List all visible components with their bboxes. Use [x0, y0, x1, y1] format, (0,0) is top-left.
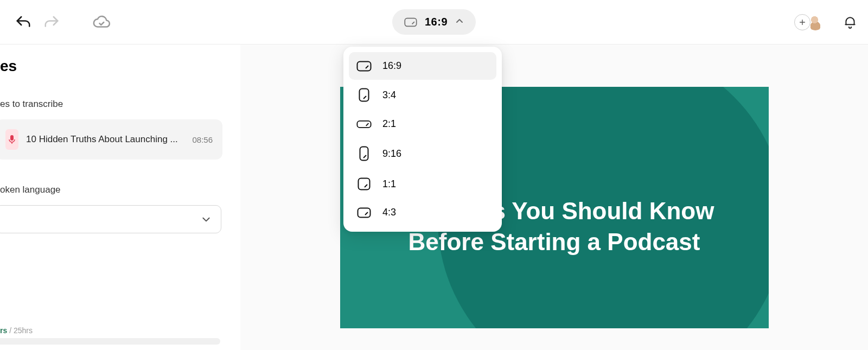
language-select[interactable] [0, 205, 221, 233]
ratio-option-label: 2:1 [382, 118, 396, 130]
collaborators-control[interactable] [794, 13, 825, 31]
ratio-16-9-icon [356, 61, 372, 72]
svg-rect-12 [360, 147, 368, 161]
svg-line-13 [363, 155, 366, 158]
cloud-check-icon [92, 13, 111, 31]
ratio-option-4-3[interactable]: 4:3 [349, 199, 496, 226]
undo-button[interactable] [15, 14, 31, 30]
cloud-sync-button[interactable] [92, 13, 111, 31]
bell-icon [843, 15, 857, 29]
file-title: 10 Hidden Truths About Launching ... [26, 134, 184, 145]
topbar-right-group [794, 13, 857, 31]
ratio-option-label: 3:4 [382, 90, 396, 101]
topbar-left-group [11, 13, 111, 31]
ratio-1-1-icon [356, 177, 372, 190]
canvas-area: 10 Things You Should Know Before Startin… [240, 44, 868, 350]
ratio-option-16-9[interactable]: 16:9 [349, 52, 496, 80]
usage-total: / 25hrs [9, 326, 33, 335]
sidebar: es es to transcribe 10 Hidden Truths Abo… [0, 44, 240, 350]
svg-rect-10 [357, 120, 371, 127]
svg-line-15 [365, 184, 367, 187]
mic-icon [5, 129, 18, 150]
ratio-option-2-1[interactable]: 2:1 [349, 110, 496, 138]
svg-rect-14 [359, 179, 370, 190]
svg-rect-16 [358, 208, 371, 217]
svg-line-11 [366, 123, 369, 126]
chevron-up-icon [455, 17, 464, 28]
svg-line-7 [366, 66, 368, 68]
ratio-4-3-icon [356, 207, 372, 218]
svg-rect-0 [405, 18, 416, 26]
ratio-2-1-icon [356, 120, 372, 129]
ratio-3-4-icon [356, 88, 372, 102]
redo-button[interactable] [43, 14, 60, 30]
ratio-option-3-4[interactable]: 3:4 [349, 80, 496, 110]
ratio-option-9-16[interactable]: 9:16 [349, 138, 496, 169]
language-section: oken language [0, 184, 226, 233]
svg-line-17 [365, 212, 368, 215]
files-section-label: es to transcribe [0, 99, 226, 110]
ratio-option-label: 1:1 [382, 179, 396, 190]
aspect-ratio-icon [404, 17, 417, 27]
file-duration: 08:56 [192, 135, 213, 144]
aspect-ratio-label: 16:9 [425, 16, 448, 28]
ratio-9-16-icon [356, 146, 372, 161]
aspect-ratio-selector[interactable]: 16:9 [392, 9, 476, 35]
ratio-option-label: 9:16 [382, 148, 401, 160]
svg-line-1 [412, 22, 414, 24]
language-section-label: oken language [0, 184, 226, 195]
aspect-ratio-menu: 16:9 3:4 2:1 9:16 1:1 4:3 [343, 47, 502, 232]
undo-icon [15, 14, 31, 30]
add-collaborator-button[interactable] [794, 14, 810, 30]
redo-icon [43, 14, 60, 30]
usage-text: rs / 25hrs [0, 326, 226, 335]
sidebar-title: es [0, 58, 226, 75]
svg-line-9 [363, 96, 366, 99]
svg-rect-8 [360, 89, 369, 101]
plus-icon [799, 18, 806, 26]
svg-rect-4 [10, 135, 14, 141]
usage-bar [0, 338, 220, 345]
notifications-button[interactable] [838, 15, 857, 29]
usage-hours: rs [0, 326, 7, 335]
file-card[interactable]: 10 Hidden Truths About Launching ... 08:… [0, 119, 222, 160]
chevron-down-icon [201, 214, 211, 224]
ratio-option-1-1[interactable]: 1:1 [349, 169, 496, 199]
usage-section: rs / 25hrs [0, 326, 226, 343]
svg-rect-6 [358, 61, 371, 71]
top-bar: 16:9 [0, 0, 868, 44]
ratio-option-label: 4:3 [382, 207, 396, 218]
ratio-option-label: 16:9 [382, 60, 401, 72]
